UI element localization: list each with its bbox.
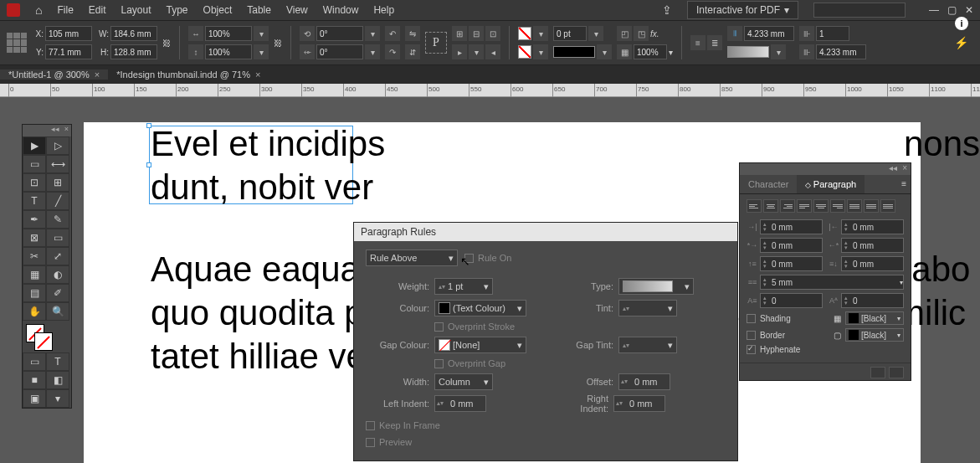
- align-away-spine-button[interactable]: [880, 199, 895, 213]
- shading-icon[interactable]: ▦: [834, 314, 841, 323]
- space-after-input[interactable]: ▴▾0 mm: [841, 256, 904, 271]
- shading-checkbox[interactable]: Shading ▦ [Black]▾: [747, 311, 904, 325]
- close-icon[interactable]: ×: [902, 163, 907, 175]
- container-format-icon[interactable]: ▭: [23, 352, 46, 371]
- tab-paragraph[interactable]: ◇ Paragraph: [797, 175, 865, 193]
- close-icon[interactable]: ×: [255, 69, 260, 80]
- dd-icon[interactable]: ▾: [533, 44, 548, 59]
- panel-btn-icon[interactable]: [870, 367, 885, 378]
- flip-h-icon[interactable]: ⇋: [405, 26, 420, 41]
- close-icon[interactable]: ✕: [965, 4, 973, 16]
- tab-untitled[interactable]: *Untitled-1 @ 300% ×: [0, 69, 108, 80]
- cols-icon[interactable]: ⊪: [799, 44, 814, 59]
- maximize-icon[interactable]: ▢: [947, 4, 957, 16]
- dd-icon[interactable]: ▾: [597, 44, 612, 59]
- menu-view[interactable]: View: [286, 4, 308, 16]
- opacity-input[interactable]: [634, 44, 667, 59]
- hyphenate-checkbox[interactable]: Hyphenate: [747, 345, 904, 354]
- hand-tool[interactable]: ✋: [23, 302, 46, 321]
- panel-menu-icon[interactable]: ≡: [897, 175, 911, 193]
- border-checkbox[interactable]: Border ▢ [Black]▾: [747, 328, 904, 342]
- w-input[interactable]: [110, 26, 157, 41]
- textwrap-icon[interactable]: ≡: [690, 35, 705, 50]
- menu-layout[interactable]: Layout: [121, 4, 151, 16]
- justify-right-button[interactable]: [830, 199, 845, 213]
- colour-dropdown[interactable]: (Text Colour)▾: [434, 300, 526, 316]
- space-before-input[interactable]: ▴▾0 mm: [760, 256, 823, 271]
- cols-icon[interactable]: ⊪: [799, 26, 814, 41]
- collapse-icon[interactable]: ◂◂: [889, 163, 897, 175]
- h-input[interactable]: [110, 44, 157, 59]
- dd-icon[interactable]: ▾: [771, 44, 786, 59]
- type-dropdown[interactable]: ▾: [618, 278, 694, 295]
- rectangle-frame-tool[interactable]: ⊠: [23, 229, 46, 247]
- align-icon[interactable]: ▸: [452, 44, 467, 59]
- rectangle-tool[interactable]: ▭: [46, 229, 69, 247]
- col-gap-input[interactable]: [744, 26, 794, 41]
- right-indent-input[interactable]: ▴▾0 mm: [613, 395, 665, 412]
- menu-type[interactable]: Type: [167, 4, 188, 16]
- view-mode-dd-icon[interactable]: ▾: [46, 389, 69, 408]
- dropcap-lines-input[interactable]: ▴▾0: [760, 293, 823, 308]
- link-icon[interactable]: ⛓: [274, 39, 282, 48]
- menu-object[interactable]: Object: [203, 4, 233, 16]
- fill-swatch-icon[interactable]: [518, 27, 531, 40]
- tint-dropdown[interactable]: ▴▾▾: [618, 300, 677, 316]
- justify-all-button[interactable]: [847, 199, 862, 213]
- eyedropper-tool[interactable]: ✐: [46, 284, 69, 302]
- info-icon[interactable]: i: [955, 17, 968, 30]
- menu-table[interactable]: Table: [247, 4, 271, 16]
- space-between-input[interactable]: ▴▾5 mm▾: [760, 275, 904, 290]
- share-icon[interactable]: ⇪: [662, 3, 672, 17]
- rotate-cw-icon[interactable]: ↷: [385, 44, 400, 59]
- corner-icon[interactable]: ◰: [617, 26, 632, 41]
- shading-color-dropdown[interactable]: [Black]▾: [845, 311, 904, 325]
- menu-edit[interactable]: Edit: [89, 4, 106, 16]
- text-format-icon[interactable]: T: [46, 352, 69, 371]
- scale-y-input[interactable]: [205, 44, 252, 59]
- scissors-tool[interactable]: ✂: [23, 247, 46, 265]
- direct-selection-tool[interactable]: ▷: [46, 136, 69, 155]
- indent-left-input[interactable]: ▴▾0 mm: [760, 219, 823, 234]
- gradient-swatch-tool[interactable]: ▦: [23, 265, 46, 284]
- dd-icon[interactable]: ▾: [365, 44, 380, 59]
- dropcap-chars-input[interactable]: ▴▾0: [841, 293, 904, 308]
- weight-dropdown[interactable]: ▴▾1 pt▾: [434, 278, 493, 295]
- rule-on-checkbox[interactable]: Rule On: [464, 253, 511, 263]
- home-icon[interactable]: ⌂: [35, 3, 42, 17]
- align-spine-button[interactable]: [864, 199, 879, 213]
- gap-colour-dropdown[interactable]: [None]▾: [434, 337, 526, 353]
- stroke-style-swatch[interactable]: [553, 46, 595, 58]
- dd-icon[interactable]: ▾: [365, 26, 380, 41]
- left-indent-input[interactable]: ▴▾0 mm: [434, 395, 486, 412]
- justify-left-button[interactable]: [797, 199, 812, 213]
- rotate-ccw-icon[interactable]: ↶: [385, 26, 400, 41]
- reference-point-icon[interactable]: [7, 33, 27, 53]
- width-dropdown[interactable]: Column▾: [434, 373, 493, 390]
- shear-input[interactable]: [316, 44, 363, 59]
- note-tool[interactable]: ▤: [23, 284, 46, 302]
- line-tool[interactable]: ╱: [46, 192, 69, 210]
- cols-icon[interactable]: ⫴: [727, 26, 742, 41]
- lightning-icon[interactable]: ⚡: [954, 36, 968, 49]
- col-count-input[interactable]: [816, 26, 849, 41]
- dd-icon[interactable]: ▾: [588, 26, 603, 41]
- stroke-swatch-icon[interactable]: [518, 45, 531, 59]
- stroke-weight-input[interactable]: [553, 26, 587, 41]
- apply-gradient-icon[interactable]: ◧: [46, 371, 69, 389]
- dd-icon[interactable]: ▾: [254, 26, 269, 41]
- align-left-button[interactable]: [747, 199, 762, 213]
- x-input[interactable]: [45, 26, 92, 41]
- dd-icon[interactable]: ▾: [669, 48, 673, 57]
- flip-v-icon[interactable]: ⇵: [405, 44, 420, 59]
- collapse-icon[interactable]: ◂◂: [51, 125, 59, 136]
- view-mode-icon[interactable]: ▣: [23, 389, 46, 408]
- export-preset-dropdown[interactable]: Interactive for PDF ▾: [687, 1, 798, 19]
- search-input[interactable]: [813, 3, 906, 18]
- stroke-swatch[interactable]: [34, 332, 53, 351]
- close-icon[interactable]: ×: [64, 125, 69, 136]
- align-right-button[interactable]: [780, 199, 795, 213]
- transform-tool[interactable]: ⤢: [46, 247, 69, 265]
- justify-center-button[interactable]: [813, 199, 829, 213]
- indent-right-input[interactable]: ▴▾0 mm: [841, 219, 904, 234]
